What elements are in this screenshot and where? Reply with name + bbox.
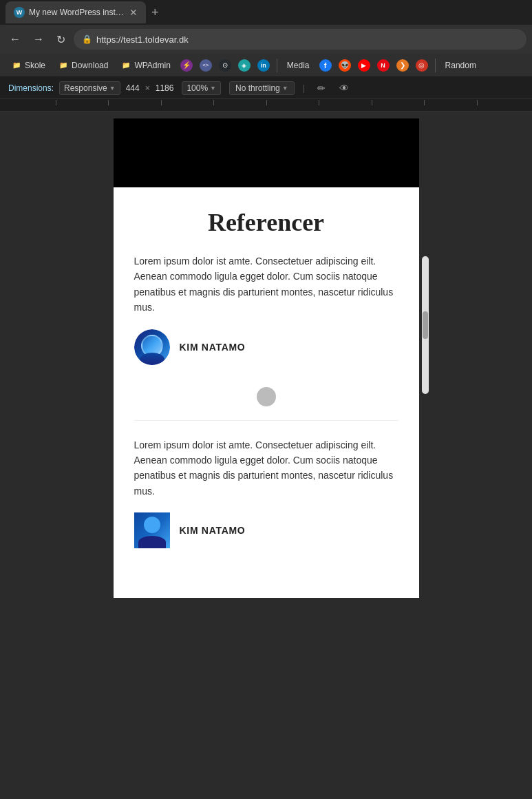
url-display: https://test1.toldevar.dk	[96, 34, 189, 45]
title-bar: W My new WordPress installation ✕ +	[0, 0, 532, 25]
eye-icon[interactable]: 👁	[335, 81, 353, 95]
spinner-container	[134, 387, 398, 406]
testimonial-1-author: KIM NATAMO	[134, 329, 398, 365]
refresh-button[interactable]: ↻	[52, 30, 70, 49]
browser-content: Referencer Lorem ipsum dolor ist amte. C…	[0, 112, 532, 731]
bookmark-facebook[interactable]: f	[317, 56, 334, 74]
height-value: 1186	[156, 83, 174, 93]
folder-icon: 📁	[120, 60, 131, 71]
separator-1	[277, 59, 277, 72]
ruler-tick	[213, 100, 214, 105]
bookmark-youtube[interactable]: ▶	[355, 56, 373, 74]
teal-icon: ◈	[238, 59, 251, 72]
bookmark-reddit[interactable]: 👽	[336, 56, 354, 74]
tab-close-button[interactable]: ✕	[129, 7, 138, 18]
bookmark-netflix[interactable]: N	[374, 56, 392, 74]
scrollbar-thumb[interactable]	[423, 311, 428, 339]
zoom-dropdown[interactable]: 100% ▼	[182, 81, 221, 95]
dropdown-arrow: ▼	[109, 85, 116, 92]
zoom-value: 100%	[187, 83, 208, 93]
zoom-dropdown-arrow: ▼	[210, 85, 216, 92]
ruler-tick	[56, 100, 56, 105]
netflix-icon: N	[377, 59, 390, 72]
github-icon: ⊙	[219, 59, 231, 72]
author-1-name: KIM NATAMO	[180, 342, 246, 353]
forward-button[interactable]: →	[29, 30, 48, 48]
address-bar[interactable]: 🔒 https://test1.toldevar.dk	[74, 29, 526, 50]
folder-icon: 📁	[58, 60, 69, 71]
bookmark-teal[interactable]: ◈	[235, 56, 253, 74]
php-icon: <>	[200, 59, 212, 72]
ruler-tick	[372, 100, 372, 105]
scrollbar-track[interactable]	[422, 256, 429, 394]
responsive-label: Responsive	[64, 83, 107, 93]
testimonial-2-author: KIM NATAMO	[134, 512, 398, 548]
ruler-tick	[424, 100, 425, 105]
throttle-dropdown[interactable]: No throttling ▼	[229, 81, 295, 95]
webpage-viewport: Referencer Lorem ipsum dolor ist amte. C…	[114, 118, 419, 598]
lock-icon: 🔒	[82, 34, 92, 44]
bookmark-wpadmin[interactable]: 📁 WPAdmin	[115, 57, 175, 74]
bookmarks-bar: 📁 Skole 📁 Download 📁 WPAdmin ⚡ <> ⊙ ◈ in…	[0, 54, 532, 77]
devtools-bar: Dimensions: Responsive ▼ 444 × 1186 100%…	[0, 77, 532, 99]
separator-2	[435, 59, 436, 72]
bookmark-media[interactable]: Media	[281, 58, 315, 73]
bookmark-bolt[interactable]: ⚡	[178, 56, 195, 74]
new-tab-button[interactable]: +	[149, 3, 162, 23]
ruler-tick	[161, 100, 162, 105]
folder-icon: 📁	[11, 60, 22, 71]
tab-favicon: W	[14, 7, 25, 18]
loading-spinner	[257, 387, 276, 406]
orange-icon: ❯	[396, 59, 409, 72]
facebook-icon: f	[319, 59, 332, 72]
reddit-icon: 👽	[339, 59, 351, 72]
bookmark-download[interactable]: 📁 Download	[52, 57, 114, 74]
testimonial-2-block: Lorem ipsum dolor ist amte. Consectetuer…	[134, 420, 398, 549]
ruler-tick	[266, 100, 267, 105]
bookmark-label: Skole	[25, 61, 45, 70]
bookmark-red2[interactable]: ◎	[413, 56, 431, 74]
bookmark-label: Download	[72, 61, 108, 70]
bolt-icon: ⚡	[180, 59, 193, 72]
times-label: ×	[145, 83, 150, 93]
youtube-icon: ▶	[358, 59, 370, 72]
random-label: Random	[445, 61, 476, 70]
throttle-label: No throttling	[235, 83, 280, 93]
author-1-avatar	[134, 329, 170, 365]
avatar-2-image	[134, 512, 170, 548]
page-title: Referencer	[134, 208, 398, 237]
responsive-dropdown[interactable]: Responsive ▼	[59, 81, 120, 95]
avatar-1-image	[134, 329, 170, 365]
devtools-sep: |	[303, 83, 305, 93]
tab-title: My new WordPress installation	[29, 8, 125, 17]
ruler-tick	[477, 100, 478, 105]
pen-icon[interactable]: ✏	[313, 81, 330, 95]
testimonial-1-text: Lorem ipsum dolor ist amte. Consectetuer…	[134, 253, 398, 315]
bookmark-linkedin[interactable]: in	[255, 56, 273, 74]
navigation-bar: ← → ↻ 🔒 https://test1.toldevar.dk	[0, 25, 532, 54]
width-value: 444	[126, 83, 140, 93]
viewport-wrapper: Referencer Lorem ipsum dolor ist amte. C…	[114, 118, 419, 725]
linkedin-icon: in	[257, 59, 270, 72]
red-icon: ◎	[416, 59, 428, 72]
bookmark-random[interactable]: Random	[440, 58, 482, 73]
bookmark-skole[interactable]: 📁 Skole	[6, 57, 51, 74]
dimensions-label: Dimensions:	[8, 83, 54, 93]
page-content: Referencer Lorem ipsum dolor ist amte. C…	[114, 187, 419, 598]
back-button[interactable]: ←	[6, 30, 25, 48]
tab-area: W My new WordPress installation ✕ +	[6, 1, 162, 23]
media-label: Media	[287, 61, 310, 70]
bookmark-orange[interactable]: ❯	[394, 56, 412, 74]
ruler-area	[0, 99, 532, 112]
bookmark-php[interactable]: <>	[197, 56, 215, 74]
author-2-avatar	[134, 512, 170, 548]
ruler-tick	[108, 100, 109, 105]
author-2-name: KIM NATAMO	[180, 525, 246, 536]
page-hero	[114, 118, 419, 187]
throttle-dropdown-arrow: ▼	[282, 85, 288, 92]
bookmark-github[interactable]: ⊙	[216, 56, 234, 74]
testimonial-2-text: Lorem ipsum dolor ist amte. Consectetuer…	[134, 437, 398, 499]
bookmark-label: WPAdmin	[134, 61, 170, 70]
ruler-tick	[319, 100, 319, 105]
active-tab[interactable]: W My new WordPress installation ✕	[6, 1, 146, 23]
